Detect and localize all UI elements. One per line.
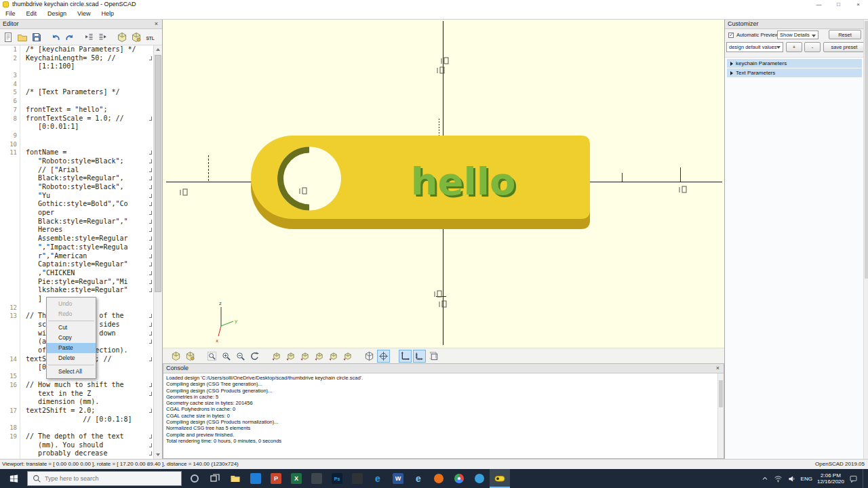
indent-button[interactable] (96, 30, 110, 44)
menu-help[interactable]: Help (96, 9, 119, 19)
code-text: "Roboto:style=Black", (20, 183, 124, 192)
taskbar-task-view[interactable] (205, 469, 225, 488)
view-right-button[interactable] (270, 350, 283, 363)
automatic-preview-checkbox[interactable] (728, 33, 734, 38)
context-select-all[interactable]: Select All (47, 367, 96, 377)
taskbar-photoshop[interactable]: Ps (327, 469, 347, 488)
render-button[interactable] (130, 30, 143, 44)
viewport-3d[interactable]: hello hello z y x (163, 20, 724, 348)
new-file-button[interactable] (1, 30, 15, 44)
menu-view[interactable]: View (72, 9, 96, 19)
view-top-button[interactable] (284, 350, 297, 363)
taskbar-edge-beta[interactable] (469, 469, 490, 488)
show-scale-markers-button[interactable] (413, 350, 426, 363)
taskbar-openscad[interactable] (490, 469, 510, 488)
taskbar-word[interactable]: W (388, 469, 408, 488)
expand-arrow-icon[interactable] (730, 71, 733, 75)
customizer-scrollbar-thumb[interactable] (865, 21, 868, 279)
close-button[interactable]: × (848, 0, 868, 9)
export-stl-button[interactable]: STL (144, 30, 157, 44)
view-bottom-button[interactable] (298, 350, 311, 363)
start-button[interactable] (0, 469, 27, 488)
taskbar-search[interactable] (27, 471, 182, 486)
context-cut[interactable]: Cut (47, 323, 96, 333)
save-file-button[interactable] (30, 30, 43, 44)
volume-icon[interactable] (787, 474, 796, 483)
menu-file[interactable]: File (0, 9, 21, 19)
tree-group-text-parameters[interactable]: Text Parameters (727, 68, 862, 77)
show-axes-button[interactable] (399, 350, 412, 363)
zoom-out-button[interactable] (234, 350, 247, 363)
expand-arrow-icon[interactable] (730, 62, 733, 66)
menu-edit[interactable]: Edit (21, 9, 43, 19)
context-redo[interactable]: Redo (47, 309, 96, 319)
console-line: Compiling design (CSG Tree generation)..… (166, 381, 715, 387)
taskbar-cortana[interactable] (184, 469, 205, 488)
action-center-icon[interactable] (849, 474, 858, 483)
preview-button[interactable] (115, 30, 129, 44)
wrap-marker-icon (149, 220, 152, 224)
open-file-button[interactable] (16, 30, 29, 44)
zoom-all-button[interactable] (205, 350, 218, 363)
orthogonal-view-button[interactable] (427, 350, 440, 363)
preset-dropdown[interactable]: design default values (726, 42, 783, 52)
taskbar-app-dark[interactable] (307, 469, 327, 488)
save-preset-button[interactable]: save preset (823, 42, 865, 52)
tree-group-keychain-parameters[interactable]: keychain Parameters (727, 59, 862, 68)
show-desktop-button[interactable] (863, 469, 865, 488)
language-indicator[interactable]: ENG (801, 476, 812, 482)
context-undo[interactable]: Undo (47, 299, 96, 309)
console-scrollbar-thumb[interactable] (719, 380, 723, 407)
customizer-controls: Automatic Preview Show Details Reset des… (725, 29, 868, 58)
remove-preset-button[interactable]: - (804, 42, 821, 52)
taskbar-excel[interactable]: X (286, 469, 307, 488)
taskbar-chrome[interactable] (449, 469, 469, 488)
clock[interactable]: 2:06 PM 12/16/2020 (817, 472, 844, 485)
context-delete[interactable]: Delete (47, 353, 96, 363)
code-editor[interactable]: 1/* [keychain Parameters] */2KeychainLen… (0, 45, 154, 459)
unindent-button[interactable] (82, 30, 96, 44)
minimize-button[interactable]: — (809, 0, 829, 9)
scroll-down-icon[interactable] (154, 451, 162, 459)
view-preview-button[interactable] (170, 350, 182, 363)
zoom-in-button[interactable] (220, 350, 233, 363)
editor-scrollbar-thumb[interactable] (155, 55, 161, 292)
wrap-marker-icon (149, 383, 152, 387)
show-details-dropdown[interactable]: Show Details (777, 30, 818, 39)
console-log[interactable]: Loaded design 'C:/Users/solll/OneDrive/D… (163, 373, 717, 458)
line-number: 5 (0, 88, 20, 97)
reset-view-button[interactable] (248, 350, 261, 363)
view-back-button[interactable] (341, 350, 354, 363)
menu-design[interactable]: Design (42, 9, 72, 19)
view-center-button[interactable] (377, 350, 390, 363)
view-render-button[interactable] (184, 350, 197, 363)
undo-button[interactable] (49, 30, 62, 44)
reset-button[interactable]: Reset (829, 30, 861, 39)
add-preset-button[interactable]: + (786, 42, 802, 52)
taskbar-app-dark-2[interactable] (347, 469, 368, 488)
taskbar-edge[interactable]: e (368, 469, 388, 488)
context-paste[interactable]: Paste (47, 343, 96, 353)
taskbar-firefox[interactable] (429, 469, 449, 488)
customizer-scrollbar[interactable] (863, 20, 868, 459)
context-copy[interactable]: Copy (47, 333, 96, 343)
maximize-button[interactable]: □ (829, 0, 848, 9)
hidden-icons-chevron[interactable] (761, 474, 769, 483)
editor-scrollbar[interactable] (153, 45, 162, 459)
view-front-button[interactable] (327, 350, 340, 363)
editor-close-button[interactable]: × (152, 20, 161, 28)
network-icon[interactable] (774, 474, 783, 483)
scroll-up-icon[interactable] (154, 45, 162, 54)
taskbar-microsoft-store[interactable] (245, 469, 266, 488)
console-close-button[interactable]: × (713, 364, 722, 373)
view-diagonal-button[interactable] (363, 350, 376, 363)
console-scrollbar[interactable] (717, 373, 724, 458)
code-text: text in the Z (20, 390, 91, 399)
taskbar-internet-explorer[interactable]: e (408, 469, 429, 488)
search-input[interactable] (45, 475, 167, 482)
console-line: Normalized CSG tree has 5 elements (166, 425, 715, 431)
taskbar-file-explorer[interactable] (225, 469, 245, 488)
taskbar-powerpoint[interactable]: P (266, 469, 286, 488)
redo-button[interactable] (63, 30, 77, 44)
view-left-button[interactable] (313, 350, 326, 363)
